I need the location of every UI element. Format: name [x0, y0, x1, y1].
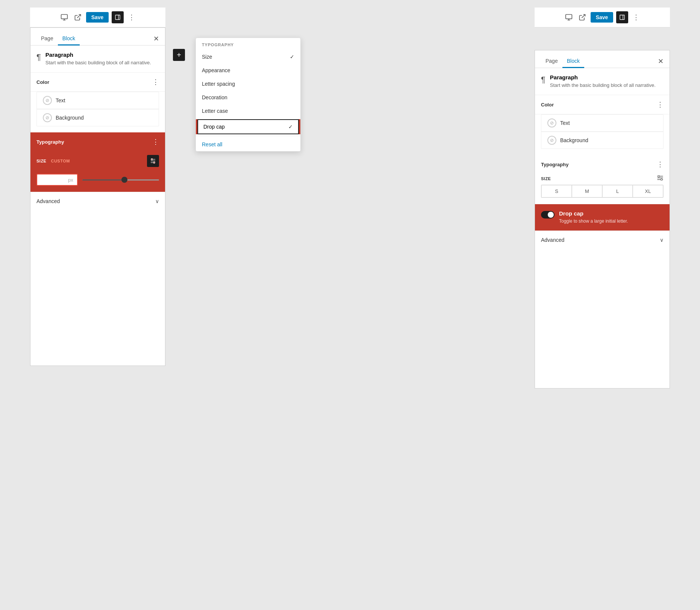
dropdown-letter-case-label: Letter case	[202, 108, 228, 114]
right-color-text-item[interactable]: ⊘ Text	[541, 115, 663, 132]
right-advanced-chevron: ∨	[660, 237, 664, 243]
right-typography-title: Typography	[541, 162, 568, 167]
right-tab-page[interactable]: Page	[541, 55, 562, 68]
right-color-box: ⊘ Text ⊘ Background	[541, 114, 664, 149]
left-color-box: ⊘ Text ⊘ Background	[36, 92, 159, 126]
right-save-button[interactable]: Save	[591, 12, 614, 23]
right-typography-header: Typography ⋮	[535, 155, 670, 174]
dropdown-item-size[interactable]: Size ✓	[196, 50, 300, 64]
typography-dropdown: TYPOGRAPHY Size ✓ Appearance Letter spac…	[195, 38, 301, 152]
right-size-preset-m[interactable]: M	[572, 185, 602, 197]
dropdown-item-letter-case[interactable]: Letter case	[196, 104, 300, 118]
left-px-input-row: px	[30, 171, 165, 192]
sidebar-toggle-button[interactable]	[112, 11, 124, 23]
right-dropcap-row: Drop cap Toggle to show a large initial …	[541, 210, 664, 225]
right-typography-more[interactable]: ⋮	[657, 160, 664, 168]
left-px-input[interactable]	[40, 177, 67, 183]
external-link-icon[interactable]	[73, 12, 83, 23]
right-dropcap-toggle[interactable]	[541, 211, 555, 219]
left-color-bg-item[interactable]: ⊘ Background	[37, 109, 159, 126]
left-typography-more[interactable]: ⋮	[152, 138, 159, 146]
dropdown-item-decoration[interactable]: Decoration	[196, 91, 300, 104]
right-color-title: Color	[541, 102, 554, 108]
dropdown-size-label: Size	[202, 54, 212, 60]
dropdown-item-appearance[interactable]: Appearance	[196, 64, 300, 77]
left-save-button[interactable]: Save	[86, 12, 109, 23]
right-color-section: Color ⋮ ⊘ Text ⊘ Background	[535, 95, 670, 149]
left-block-desc: Start with the basic building block of a…	[45, 59, 151, 66]
left-typography-section: Typography ⋮ SIZE CUSTOM px	[30, 132, 165, 192]
right-color-bg-item[interactable]: ⊘ Background	[541, 132, 663, 149]
left-size-custom-label: CUSTOM	[51, 159, 70, 163]
right-size-preset-xl[interactable]: XL	[633, 185, 663, 197]
left-slider[interactable]	[82, 176, 159, 184]
dropdown-item-letter-spacing[interactable]: Letter spacing	[196, 77, 300, 91]
svg-point-16	[658, 175, 660, 177]
right-tab-block[interactable]: Block	[562, 55, 584, 68]
dropdown-reset-button[interactable]: Reset all	[196, 138, 300, 151]
left-size-controls-btn[interactable]	[147, 155, 159, 167]
left-px-unit: px	[68, 177, 73, 183]
left-more-button[interactable]: ⋮	[127, 12, 136, 23]
right-more-button[interactable]: ⋮	[631, 12, 641, 23]
right-advanced-title: Advanced	[541, 237, 564, 243]
left-tab-page[interactable]: Page	[36, 32, 58, 46]
right-monitor-icon[interactable]	[564, 12, 574, 23]
left-panel-close[interactable]: ✕	[153, 35, 159, 43]
svg-point-8	[153, 162, 155, 164]
right-color-text-label: Text	[560, 120, 570, 126]
left-color-section: Color ⋮ ⊘ Text ⊘ Background	[30, 73, 165, 126]
svg-rect-11	[620, 15, 624, 20]
svg-point-17	[661, 179, 663, 181]
right-section: Save ⋮ Page Block ✕ ¶ Paragraph Start wi…	[535, 8, 692, 602]
right-panel: Page Block ✕ ¶ Paragraph Start with the …	[535, 50, 670, 388]
left-tab-block[interactable]: Block	[58, 32, 80, 46]
right-panel-tabs: Page Block ✕	[535, 50, 670, 68]
svg-point-7	[151, 159, 153, 160]
add-block-button[interactable]: +	[173, 49, 185, 61]
left-advanced-section[interactable]: Advanced ∨	[30, 192, 165, 210]
right-advanced-section[interactable]: Advanced ∨	[535, 231, 670, 249]
right-color-header: Color ⋮	[535, 95, 670, 114]
right-sidebar-toggle-button[interactable]	[616, 11, 628, 23]
dropdown-size-check: ✓	[290, 54, 294, 60]
svg-rect-9	[565, 15, 572, 19]
left-color-text-icon: ⊘	[43, 96, 52, 105]
left-advanced-chevron: ∨	[155, 198, 159, 204]
dropdown-item-dropcap[interactable]: Drop cap ✓	[197, 119, 299, 134]
right-color-more[interactable]: ⋮	[657, 100, 664, 109]
left-color-title: Color	[36, 79, 49, 85]
left-color-text-label: Text	[56, 97, 65, 103]
left-block-title: Paragraph	[45, 52, 151, 58]
right-size-preset-s[interactable]: S	[541, 185, 572, 197]
left-section: Save ⋮ Page Block ✕ ¶ Paragraph Start wi…	[8, 8, 165, 602]
right-size-preset-l[interactable]: L	[602, 185, 633, 197]
dropdown-dropcap-label: Drop cap	[203, 124, 225, 130]
right-color-bg-label: Background	[560, 137, 588, 143]
svg-rect-0	[61, 15, 67, 19]
left-typography-header: Typography ⋮	[30, 132, 165, 151]
left-size-label: SIZE	[36, 159, 46, 163]
left-panel-tabs: Page Block ✕	[30, 28, 165, 46]
left-size-row: SIZE CUSTOM	[30, 151, 165, 171]
svg-rect-2	[115, 15, 120, 20]
left-block-info: ¶ Paragraph Start with the basic buildin…	[30, 46, 165, 73]
left-top-bar: Save ⋮	[30, 8, 165, 27]
left-color-text-item[interactable]: ⊘ Text	[37, 92, 159, 109]
right-external-link-icon[interactable]	[577, 12, 588, 23]
left-color-header: Color ⋮	[30, 73, 165, 92]
right-dropcap-label: Drop cap	[559, 210, 628, 217]
right-size-controls-btn[interactable]	[657, 175, 664, 182]
dropdown-section-label: TYPOGRAPHY	[196, 38, 300, 50]
left-color-more[interactable]: ⋮	[152, 78, 159, 86]
right-block-info: ¶ Paragraph Start with the basic buildin…	[535, 68, 670, 95]
left-typography-title: Typography	[36, 139, 64, 145]
left-advanced-title: Advanced	[36, 198, 60, 204]
right-top-bar: Save ⋮	[535, 8, 670, 27]
left-px-input-wrapper: px	[36, 174, 78, 186]
right-panel-close[interactable]: ✕	[658, 57, 664, 65]
paragraph-icon: ¶	[36, 52, 41, 62]
right-size-header: SIZE	[535, 174, 670, 185]
dropdown-letter-spacing-label: Letter spacing	[202, 81, 235, 87]
monitor-icon[interactable]	[59, 12, 70, 23]
